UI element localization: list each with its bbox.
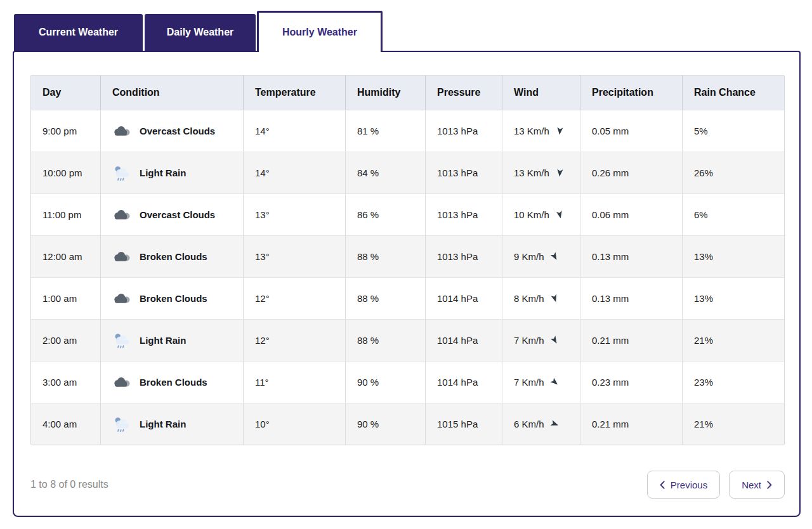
condition-cell: Broken Clouds — [101, 236, 244, 277]
wind-cell: 8 Km/h — [502, 278, 580, 319]
condition-label: Light Rain — [140, 167, 186, 178]
table-body: 9:00 pm Overcast Clouds 14° 81 % 1013 hP… — [31, 110, 784, 445]
column-header-pressure: Pressure — [426, 75, 502, 110]
previous-button[interactable]: Previous — [647, 471, 720, 499]
wind-cell: 13 Km/h — [502, 152, 580, 193]
pressure-cell: 1015 hPa — [426, 403, 502, 445]
temperature-cell: 13° — [244, 194, 346, 235]
rain-chance-cell: 6% — [683, 194, 784, 235]
temperature-cell: 12° — [244, 320, 346, 361]
pressure-cell: 1014 hPa — [426, 278, 502, 319]
tab-hourly-weather[interactable]: Hourly Weather — [257, 11, 383, 52]
tab-current-weather[interactable]: Current Weather — [14, 14, 143, 51]
precipitation-cell: 0.06 mm — [580, 194, 683, 235]
overcast-cloud-icon — [112, 124, 130, 138]
humidity-cell: 90 % — [346, 403, 426, 445]
table-row: 2:00 am Light Rain 12° 88 % 1014 hPa 7 K… — [31, 319, 784, 361]
humidity-cell: 86 % — [346, 194, 426, 235]
day-cell: 12:00 am — [31, 236, 101, 277]
wind-speed: 13 Km/h — [514, 126, 549, 136]
table-row: 11:00 pm Overcast Clouds 13° 86 % 1013 h… — [31, 193, 784, 235]
column-header-precipitation: Precipitation — [580, 75, 683, 110]
pressure-cell: 1013 hPa — [426, 236, 502, 277]
pressure-cell: 1014 hPa — [426, 362, 502, 403]
wind-speed: 13 Km/h — [514, 167, 549, 178]
overcast-cloud-icon — [112, 208, 130, 221]
condition-label: Light Rain — [140, 335, 186, 346]
pressure-cell: 1013 hPa — [426, 194, 502, 235]
rain-chance-cell: 23% — [683, 362, 784, 403]
day-cell: 9:00 pm — [31, 110, 101, 152]
rain-chance-cell: 21% — [683, 320, 784, 361]
wind-cell: 7 Km/h — [502, 320, 580, 361]
chevron-right-icon — [767, 481, 772, 489]
day-cell: 10:00 pm — [31, 152, 101, 193]
day-cell: 1:00 am — [31, 278, 101, 319]
pagination-buttons: Previous Next — [647, 471, 785, 499]
temperature-cell: 12° — [244, 278, 346, 319]
condition-cell: Overcast Clouds — [101, 194, 244, 235]
light-rain-icon — [112, 415, 130, 433]
precipitation-cell: 0.21 mm — [580, 320, 683, 361]
condition-cell: Light Rain — [101, 403, 244, 445]
pressure-cell: 1014 hPa — [426, 320, 502, 361]
humidity-cell: 90 % — [346, 362, 426, 403]
previous-label: Previous — [671, 480, 707, 490]
rain-chance-cell: 13% — [683, 236, 784, 277]
overcast-cloud-icon — [112, 376, 130, 389]
temperature-cell: 10° — [244, 403, 346, 445]
wind-speed: 7 Km/h — [514, 377, 544, 388]
hourly-weather-table: DayConditionTemperatureHumidityPressureW… — [30, 75, 785, 445]
wind-speed: 8 Km/h — [514, 293, 544, 304]
condition-label: Overcast Clouds — [140, 209, 215, 220]
table-row: 12:00 am Broken Clouds 13° 88 % 1013 hPa… — [31, 235, 784, 277]
table-row: 10:00 pm Light Rain 14° 84 % 1013 hPa 13… — [31, 152, 784, 193]
wind-cell: 10 Km/h — [502, 194, 580, 235]
humidity-cell: 88 % — [346, 236, 426, 277]
wind-direction-icon — [548, 250, 561, 263]
humidity-cell: 84 % — [346, 152, 426, 193]
humidity-cell: 88 % — [346, 278, 426, 319]
pressure-cell: 1013 hPa — [426, 152, 502, 193]
wind-cell: 9 Km/h — [502, 236, 580, 277]
temperature-cell: 13° — [244, 236, 346, 277]
column-header-temperature: Temperature — [244, 75, 346, 110]
wind-speed: 9 Km/h — [514, 251, 544, 262]
table-row: 3:00 am Broken Clouds 11° 90 % 1014 hPa … — [31, 361, 784, 403]
light-rain-icon — [112, 332, 130, 349]
condition-cell: Broken Clouds — [101, 278, 244, 319]
column-header-condition: Condition — [101, 75, 244, 110]
light-rain-icon — [112, 164, 130, 182]
condition-label: Broken Clouds — [140, 251, 207, 262]
wind-direction-icon — [548, 418, 560, 430]
wind-cell: 6 Km/h — [502, 403, 580, 445]
wind-direction-icon — [554, 209, 565, 221]
rain-chance-cell: 26% — [683, 152, 784, 193]
day-cell: 11:00 pm — [31, 194, 101, 235]
precipitation-cell: 0.13 mm — [580, 278, 683, 319]
table-row: 4:00 am Light Rain 10° 90 % 1015 hPa 6 K… — [31, 403, 784, 445]
pagination-bar: 1 to 8 of 0 results Previous Next — [30, 471, 785, 499]
precipitation-cell: 0.26 mm — [580, 152, 683, 193]
condition-label: Overcast Clouds — [140, 126, 215, 136]
humidity-cell: 81 % — [346, 110, 426, 152]
next-label: Next — [742, 480, 761, 490]
table-row: 9:00 pm Overcast Clouds 14° 81 % 1013 hP… — [31, 110, 784, 152]
wind-speed: 10 Km/h — [514, 209, 549, 220]
wind-cell: 7 Km/h — [502, 362, 580, 403]
column-header-humidity: Humidity — [346, 75, 426, 110]
overcast-cloud-icon — [112, 250, 130, 263]
hourly-weather-panel: DayConditionTemperatureHumidityPressureW… — [13, 51, 801, 517]
day-cell: 4:00 am — [31, 403, 101, 445]
wind-speed: 6 Km/h — [514, 419, 544, 429]
precipitation-cell: 0.13 mm — [580, 236, 683, 277]
next-button[interactable]: Next — [729, 471, 785, 499]
chevron-left-icon — [660, 481, 665, 489]
column-header-rain-chance: Rain Chance — [683, 75, 784, 110]
wind-direction-icon — [548, 334, 561, 347]
humidity-cell: 88 % — [346, 320, 426, 361]
tab-bar: Current Weather Daily Weather Hourly Wea… — [14, 0, 383, 52]
wind-speed: 7 Km/h — [514, 335, 544, 346]
condition-label: Broken Clouds — [140, 293, 207, 304]
tab-daily-weather[interactable]: Daily Weather — [145, 14, 256, 51]
